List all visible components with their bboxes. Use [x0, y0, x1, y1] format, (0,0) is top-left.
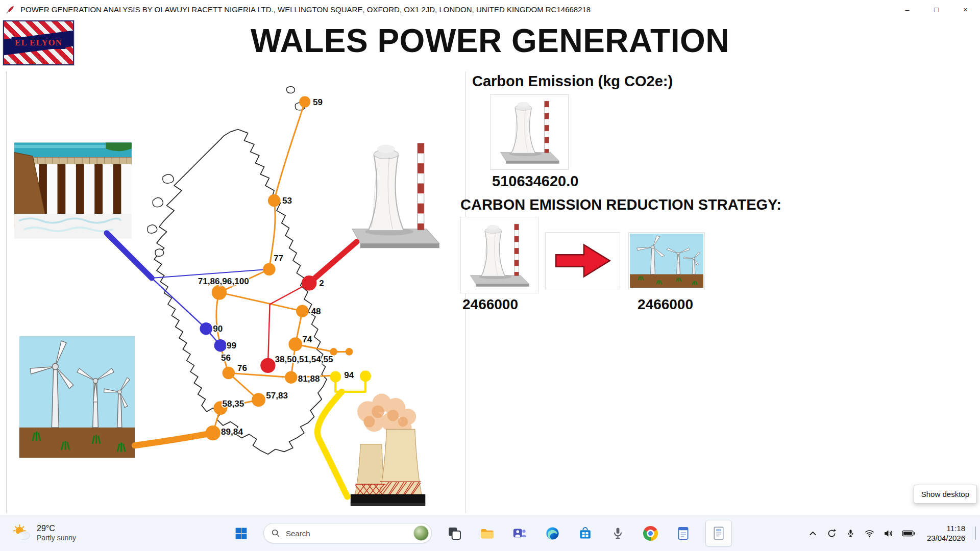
clock-time: 11:18 [927, 523, 965, 534]
node-label: 81,88 [298, 373, 320, 384]
strategy-before-value: 2466000 [462, 296, 518, 313]
microsoft-store-button[interactable] [575, 523, 595, 543]
weather-texts: 29°C Partly sunny [37, 523, 76, 543]
clock[interactable]: 11:18 23/04/2026 [927, 523, 965, 543]
chrome-button[interactable] [640, 523, 660, 543]
node-label: 77 [274, 253, 283, 263]
search-placeholder: Search [286, 529, 408, 538]
power-grid-map-panel: 59 53 77 71,86,96,100 2 48 90 99 74 56 7… [7, 71, 463, 513]
node-label: 53 [282, 195, 292, 206]
app-icon [5, 5, 15, 15]
taskbar: 29°C Partly sunny Search [0, 515, 980, 551]
node-label: 56 [221, 353, 231, 363]
search-highlight-image[interactable] [413, 525, 429, 541]
carbon-emission-image-box [491, 94, 569, 170]
strategy-heading: CARBON EMISSION REDUCTION STRATEGY: [460, 196, 781, 213]
map-node [330, 371, 341, 382]
strategy-after-value: 2466000 [638, 296, 693, 313]
file-explorer-button[interactable] [477, 523, 497, 543]
node-label: 48 [311, 306, 321, 316]
show-desktop-tooltip[interactable]: Show desktop [914, 485, 977, 504]
page-title: WALES POWER GENERATION [0, 22, 980, 60]
map-node [260, 358, 275, 373]
map-node [299, 96, 310, 108]
map-node [252, 393, 265, 407]
map-node [212, 285, 227, 299]
weather-condition: Partly sunny [37, 534, 76, 543]
minimize-button[interactable]: – [893, 0, 922, 19]
maximize-button[interactable]: □ [922, 0, 951, 19]
wind-farm-icon [630, 234, 703, 288]
carbon-emission-value: 510634620.0 [492, 173, 578, 190]
microsoft-store-icon [578, 526, 593, 541]
chevron-up-icon [807, 528, 818, 539]
strategy-arrow-box [545, 232, 620, 289]
battery-icon [902, 530, 916, 537]
speaker-icon [883, 528, 894, 539]
wifi-icon [864, 528, 875, 539]
folder-icon [480, 526, 495, 541]
notepad-icon [676, 526, 691, 541]
map-node [285, 371, 297, 383]
show-desktop-edge[interactable] [975, 527, 976, 540]
volume-button[interactable] [883, 528, 894, 539]
weather-temperature: 29°C [37, 523, 76, 534]
edge-icon [545, 526, 560, 541]
node-label: 99 [227, 340, 236, 350]
map-node [302, 276, 316, 290]
carbon-emission-heading: Carbon Emission (kg CO2e:) [472, 73, 673, 90]
partly-sunny-icon [12, 523, 32, 543]
wind-farm-image [19, 336, 135, 458]
cooling-tower-icon [497, 99, 562, 165]
active-document-app-button[interactable] [705, 520, 732, 546]
map-node [205, 425, 220, 440]
windows-logo-icon [234, 526, 249, 541]
red-arrow-icon [552, 238, 614, 283]
node-label: 90 [213, 323, 223, 334]
node-label: 58,35 [223, 398, 244, 409]
hydro-dam-image [14, 142, 132, 239]
node-label: 89,84 [221, 427, 243, 437]
map-node [288, 337, 302, 351]
task-view-button[interactable] [444, 523, 464, 543]
node-label: 74 [302, 334, 312, 344]
edge-button[interactable] [542, 523, 562, 543]
window-titlebar: POWER GENERATION ANALYSIS BY OLAWUYI RAC… [0, 0, 980, 19]
node-label: 57,83 [266, 390, 288, 400]
map-node [360, 370, 371, 382]
notepad-button[interactable] [673, 523, 693, 543]
voice-recorder-button[interactable] [607, 523, 628, 543]
map-node [223, 367, 235, 379]
edge-orange-thick [135, 433, 213, 445]
tray-microphone-button[interactable] [845, 528, 856, 539]
start-button[interactable] [231, 523, 251, 543]
search-box[interactable]: Search [263, 523, 432, 543]
teams-icon [512, 526, 527, 541]
strategy-after-image-box [628, 232, 705, 289]
carbon-panel: Carbon Emission (kg CO2e:) 510634620.0 C… [459, 72, 977, 513]
teams-button[interactable] [509, 523, 530, 543]
node-label: 76 [237, 363, 247, 373]
map-node [263, 263, 275, 276]
sync-status-button[interactable] [826, 528, 837, 539]
system-tray: 11:18 23/04/2026 [807, 515, 976, 551]
close-button[interactable]: × [951, 0, 980, 19]
node-label: 2 [319, 278, 324, 288]
strategy-before-image-box [460, 217, 538, 293]
microphone-icon [845, 528, 856, 539]
cooling-tower-icon [467, 222, 532, 288]
app-header: EL ELYON WALES POWER GENERATION [0, 19, 980, 71]
map-node [200, 322, 212, 335]
power-grid-map: 59 53 77 71,86,96,100 2 48 90 99 74 56 7… [7, 71, 463, 513]
chrome-icon [643, 526, 658, 541]
hidden-icons-chevron[interactable] [807, 528, 818, 539]
microphone-icon [610, 526, 625, 541]
node-label: 38,50,51,54,55 [275, 354, 333, 364]
battery-button[interactable] [902, 530, 916, 537]
document-icon [711, 525, 726, 541]
weather-widget[interactable]: 29°C Partly sunny [7, 515, 81, 551]
map-node [296, 305, 308, 317]
wifi-button[interactable] [864, 528, 875, 539]
clock-date: 23/04/2026 [927, 533, 965, 543]
sync-icon [826, 528, 837, 539]
